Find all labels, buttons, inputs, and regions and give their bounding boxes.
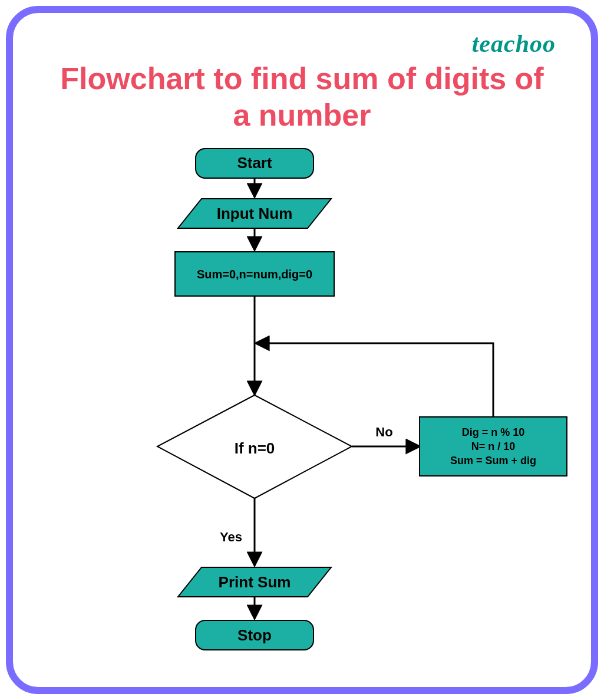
process-line-2: N= n / 10 (471, 441, 516, 452)
no-label: No (375, 425, 392, 439)
init-label: Sum=0,n=num,dig=0 (197, 268, 312, 281)
print-label: Print Sum (219, 573, 291, 591)
process-line-3: Sum = Sum + dig (450, 455, 536, 466)
arrow-loopback (257, 343, 493, 417)
start-label: Start (237, 154, 272, 172)
input-label: Input Num (217, 205, 293, 222)
stop-label: Stop (237, 626, 272, 644)
card-frame: teachoo Flowchart to find sum of digits … (6, 6, 598, 694)
process-line-1: Dig = n % 10 (462, 426, 525, 438)
flowchart-svg: Start Input Num Sum=0,n=num,dig=0 If n=0… (13, 13, 604, 700)
decision-label: If n=0 (235, 439, 275, 457)
yes-label: Yes (220, 530, 242, 544)
